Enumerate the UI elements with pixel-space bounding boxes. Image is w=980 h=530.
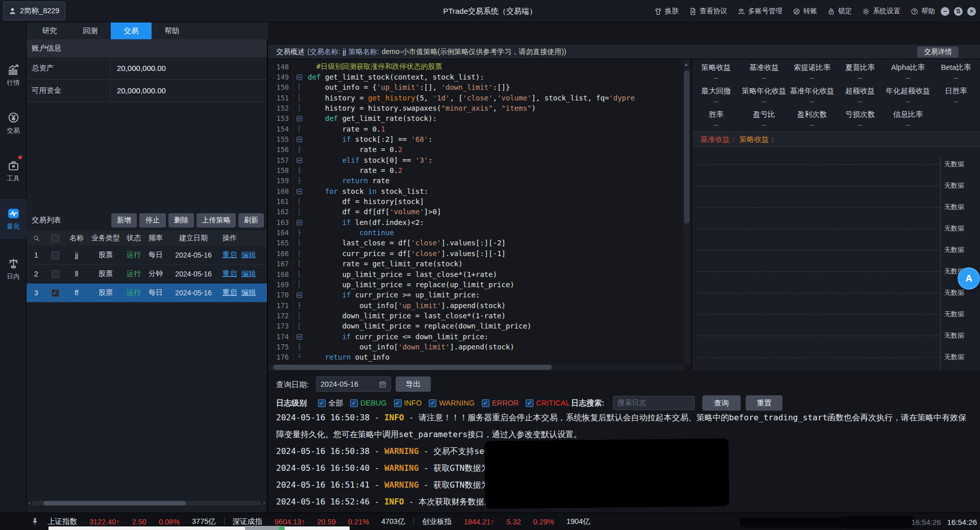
row-checkbox[interactable] bbox=[46, 270, 64, 278]
action-link-重启[interactable]: 重启 bbox=[223, 250, 237, 260]
scroll-right-arrow-icon[interactable]: › bbox=[263, 500, 265, 506]
code-line[interactable]: 175├ out_info['down_limit'].append(stock… bbox=[268, 341, 681, 352]
code-line[interactable]: 148 #日级别回测获取涨停和跌停状态的股票 bbox=[268, 61, 681, 72]
account-selector[interactable]: 2简称_8229 bbox=[3, 2, 65, 20]
fold-gutter[interactable]: │ bbox=[293, 250, 305, 257]
code-line[interactable]: 157− elif stock[0] == '3': bbox=[268, 155, 681, 165]
restore-button[interactable]: ⇅ bbox=[954, 7, 963, 16]
hscroll-track[interactable] bbox=[32, 501, 262, 506]
fold-gutter[interactable]: │ bbox=[293, 260, 305, 267]
code-line[interactable]: 159├ return rate bbox=[268, 175, 681, 186]
tab-交易[interactable]: 交易 bbox=[111, 22, 152, 39]
checkbox-icon[interactable]: ✓ bbox=[394, 399, 402, 407]
code-line[interactable]: 172│ down_limit_price = last_close*(1-ra… bbox=[268, 310, 681, 321]
titlebar-menu-item[interactable]: 系统设置 bbox=[862, 7, 900, 16]
code-line[interactable]: 171├ out_info['up_limit'].append(stock) bbox=[268, 300, 681, 311]
fold-gutter[interactable]: − bbox=[293, 73, 305, 81]
trade-list-button-停止[interactable]: 停止 bbox=[139, 213, 166, 228]
fold-gutter[interactable]: │ bbox=[293, 271, 305, 278]
fold-gutter[interactable]: │ bbox=[293, 94, 305, 102]
log-level-filter-INFO[interactable]: ✓INFO bbox=[394, 399, 422, 407]
select-all-checkbox[interactable] bbox=[46, 235, 64, 242]
export-button[interactable]: 导出 bbox=[396, 376, 431, 392]
code-line[interactable]: 160− for stock in stock_list: bbox=[268, 186, 681, 196]
code-line[interactable]: 155− if stock[:2] == '68': bbox=[268, 134, 681, 144]
hscroll-thumb[interactable] bbox=[43, 501, 186, 506]
scroll-left-arrow-icon[interactable]: ‹ bbox=[29, 500, 31, 506]
fold-gutter[interactable]: − bbox=[293, 136, 305, 143]
table-row[interactable]: 2ll股票运行分钟2024-05-16重启编辑 bbox=[27, 265, 267, 284]
table-row[interactable]: 1jj股票运行每日2024-05-16重启编辑 bbox=[27, 246, 267, 265]
fold-icon[interactable]: − bbox=[297, 74, 302, 80]
tab-帮助[interactable]: 帮助 bbox=[152, 22, 192, 39]
fold-gutter[interactable]: − bbox=[293, 157, 305, 164]
fold-gutter[interactable]: ├ bbox=[293, 167, 305, 174]
code-line[interactable]: 150│ out_info = {'up_limit':[], 'down_li… bbox=[268, 82, 681, 93]
checkbox-icon[interactable]: ✓ bbox=[318, 399, 326, 407]
sidebar-item-日内[interactable]: 日内 bbox=[0, 249, 27, 289]
fold-gutter[interactable]: − bbox=[293, 188, 305, 195]
checkbox-icon[interactable]: ✓ bbox=[350, 399, 358, 407]
code-line[interactable]: 167│ rate = get_limit_rate(stock) bbox=[268, 259, 681, 269]
titlebar-menu-item[interactable]: 转账 bbox=[793, 7, 817, 16]
fold-gutter[interactable]: ├ bbox=[293, 177, 305, 184]
code-line[interactable]: 174− if curr_price <= down_limit_price: bbox=[268, 331, 681, 342]
row-checkbox[interactable]: ✓ bbox=[46, 289, 64, 297]
tab-研究[interactable]: 研究 bbox=[29, 22, 70, 39]
fold-gutter[interactable]: │ bbox=[293, 312, 305, 319]
trade-detail-button[interactable]: 交易详情 bbox=[917, 46, 959, 58]
titlebar-menu-item[interactable]: 换肤 bbox=[654, 7, 679, 16]
fold-gutter[interactable]: ├ bbox=[293, 229, 305, 236]
log-query-button[interactable]: 查询 bbox=[702, 395, 741, 411]
code-line[interactable]: 170− if curr_price >= up_limit_price: bbox=[268, 290, 681, 300]
fold-gutter[interactable]: ├ bbox=[293, 343, 305, 350]
trade-list-button-上传策略[interactable]: 上传策略 bbox=[197, 213, 236, 228]
log-level-filter-CRITICAL[interactable]: ✓CRITICAL bbox=[526, 399, 570, 407]
editor-hscroll-thumb[interactable] bbox=[273, 365, 552, 370]
action-link-编辑[interactable]: 编辑 bbox=[241, 250, 256, 260]
log-search-input[interactable]: 搜索日志 bbox=[613, 396, 695, 410]
editor-vscrollbar[interactable]: ▲ bbox=[683, 59, 690, 364]
fold-gutter[interactable]: ├ bbox=[293, 302, 305, 309]
action-link-重启[interactable]: 重启 bbox=[223, 269, 237, 279]
fold-gutter[interactable]: − bbox=[293, 333, 305, 340]
fold-icon[interactable]: − bbox=[297, 189, 302, 194]
tab-回测[interactable]: 回测 bbox=[70, 22, 111, 39]
search-icon[interactable] bbox=[27, 235, 46, 242]
titlebar-menu-item[interactable]: 查看协议 bbox=[689, 7, 727, 16]
fold-gutter[interactable]: − bbox=[293, 219, 305, 226]
code-line[interactable]: 153− def get_limit_rate(stock): bbox=[268, 113, 681, 124]
fold-icon[interactable]: − bbox=[297, 292, 302, 298]
titlebar-menu-item[interactable]: 锁定 bbox=[827, 7, 852, 16]
sidebar-item-量化[interactable]: 量化 bbox=[0, 199, 27, 239]
code-line[interactable]: 168│ up_limit_price = last_close*(1+rate… bbox=[268, 269, 681, 280]
code-line[interactable]: 165│ last_close = df['close'].values[:][… bbox=[268, 238, 681, 248]
fold-gutter[interactable]: │ bbox=[293, 84, 305, 91]
fold-gutter[interactable]: │ bbox=[293, 208, 305, 215]
code-line[interactable]: 169│ up_limit_price = replace(up_limit_p… bbox=[268, 279, 681, 290]
code-line[interactable]: 163− if len(df.index)<2: bbox=[268, 217, 681, 228]
checkbox-icon[interactable]: ✓ bbox=[482, 399, 489, 407]
minimize-button[interactable]: − bbox=[941, 7, 949, 16]
fold-gutter[interactable]: │ bbox=[293, 239, 305, 246]
sidebar-item-交易[interactable]: 交易 bbox=[0, 103, 27, 143]
fold-icon[interactable]: − bbox=[297, 220, 302, 225]
fold-gutter[interactable]: − bbox=[293, 115, 305, 122]
code-line[interactable]: 152│ history = history.swapaxes("minor_a… bbox=[268, 103, 681, 113]
table-row[interactable]: 3✓ff股票运行每日2024-05-16重启编辑 bbox=[27, 284, 267, 302]
log-reset-button[interactable]: 重置 bbox=[746, 395, 782, 411]
code-line[interactable]: 154│ rate = 0.1 bbox=[268, 123, 681, 134]
trade-list-hscrollbar[interactable]: ‹ › bbox=[29, 500, 265, 506]
fold-gutter[interactable]: − bbox=[293, 291, 305, 298]
trade-list-button-新增[interactable]: 新增 bbox=[111, 213, 137, 228]
code-line[interactable]: 149−def get_limit_stock(context, stock_l… bbox=[268, 71, 681, 82]
editor-vscroll-thumb[interactable] bbox=[684, 70, 690, 223]
code-line[interactable]: 156├ rate = 0.2 bbox=[268, 144, 681, 155]
code-line[interactable]: 173│ down_limit_price = replace(down_lim… bbox=[268, 321, 681, 332]
pin-icon[interactable] bbox=[31, 517, 39, 526]
log-level-filter-全部[interactable]: ✓全部 bbox=[318, 398, 343, 408]
code-line[interactable]: 151│ history = get_history(5, '1d', ['cl… bbox=[268, 92, 681, 103]
fold-icon[interactable]: − bbox=[297, 334, 302, 340]
code-line[interactable]: 162│ df = df[df['volume']>0] bbox=[268, 207, 681, 217]
trade-list-button-删除[interactable]: 删除 bbox=[168, 213, 194, 228]
